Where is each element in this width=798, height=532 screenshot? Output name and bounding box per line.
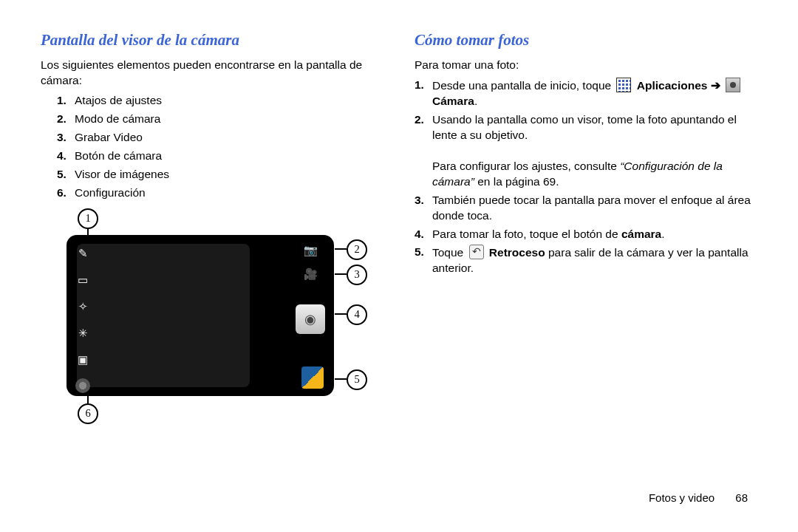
image-viewer-thumb	[301, 366, 324, 389]
step-text: Toque Retroceso para salir de la cámara …	[432, 245, 757, 276]
callout-lead	[335, 378, 347, 380]
heading-howto: Cómo tomar fotos	[415, 30, 757, 50]
text: en la página 69.	[474, 175, 559, 188]
step-num: 1.	[415, 78, 432, 109]
exposure-icon: ▣	[75, 352, 91, 368]
item-text: Modo de cámara	[75, 112, 383, 127]
callout-6: 6	[78, 403, 98, 424]
heading-viewfinder: Pantalla del visor de la cámara	[41, 30, 383, 50]
camera-label: Cámara	[432, 95, 474, 107]
item-num: 1.	[57, 93, 75, 109]
step-num: 2.	[415, 112, 432, 190]
item-num: 6.	[57, 185, 75, 201]
text: Para tomar la foto, toque el botón de	[432, 228, 621, 240]
item-text: Botón de cámara	[75, 149, 383, 164]
text: .	[661, 228, 664, 240]
preview-area	[77, 244, 250, 387]
settings-gear-icon	[75, 378, 90, 393]
callout-1: 1	[78, 208, 98, 229]
text: .	[474, 95, 477, 107]
page-number: 68	[735, 491, 748, 504]
item-num: 3.	[57, 130, 75, 146]
step-text: También puede tocar la pantalla para mov…	[432, 193, 757, 224]
intro-right: Para tomar una foto:	[415, 58, 757, 73]
camera-viewfinder: ✎ ▭ ✧ ✳ ▣ 📷 🎥 ◉	[66, 235, 334, 396]
page-footer: Fotos y video 68	[649, 491, 748, 505]
camera-app-icon	[726, 78, 740, 92]
text: Usando la pantalla como un visor, tome l…	[432, 113, 737, 141]
item-num: 5.	[57, 167, 75, 183]
callout-4: 4	[347, 304, 367, 325]
effects-icon: ✳	[75, 325, 91, 341]
item-text: Visor de imágenes	[75, 167, 383, 183]
item-num: 2.	[57, 112, 75, 127]
back-label: Retroceso	[489, 246, 545, 259]
apps-label: Aplicaciones	[637, 79, 708, 92]
callout-5: 5	[347, 369, 367, 390]
callout-lead	[335, 248, 347, 250]
section-name: Fotos y video	[649, 491, 715, 504]
step-text: Usando la pantalla como un visor, tome l…	[432, 112, 757, 190]
step-num: 3.	[415, 193, 432, 224]
callout-lead	[335, 313, 347, 315]
bold-text: cámara	[621, 228, 661, 240]
text: Para configurar los ajustes, consulte	[432, 160, 620, 172]
howto-steps: 1. Desde una pantalla de inicio, toque A…	[415, 78, 757, 276]
viewfinder-figure: 1 2 3 4 5 6 ✎ ▭ ✧	[41, 208, 351, 445]
step-text: Para tomar la foto, toque el botón de cá…	[432, 227, 757, 242]
item-text: Grabar Video	[75, 130, 383, 146]
settings-shortcut-bar: ✎ ▭ ✧ ✳ ▣	[69, 245, 96, 393]
flash-off-icon: ✧	[75, 299, 91, 315]
item-text: Configuración	[75, 185, 383, 201]
callout-3: 3	[347, 265, 367, 285]
text: Desde una pantalla de inicio, toque	[432, 79, 614, 92]
mode-icon: ▭	[75, 272, 91, 288]
capture-column: 📷 🎥 ◉	[293, 242, 328, 334]
step-text: Desde una pantalla de inicio, toque Apli…	[432, 78, 757, 109]
callout-lead	[335, 273, 347, 275]
item-num: 4.	[57, 149, 75, 164]
intro-left: Los siguientes elementos pueden encontra…	[41, 58, 383, 89]
text: Toque	[432, 246, 467, 259]
shutter-button-icon: ◉	[296, 304, 325, 334]
back-icon	[469, 245, 484, 259]
step-num: 5.	[415, 245, 432, 276]
viewfinder-legend: 1.Atajos de ajustes 2.Modo de cámara 3.G…	[41, 93, 383, 201]
selfportrait-icon: ✎	[75, 245, 91, 262]
item-text: Atajos de ajustes	[75, 93, 383, 109]
arrow-icon: ➔	[711, 79, 723, 92]
camera-mode-icon: 📷	[301, 242, 319, 259]
step-num: 4.	[415, 227, 432, 242]
callout-2: 2	[347, 239, 367, 260]
apps-grid-icon	[616, 78, 631, 92]
video-mode-icon: 🎥	[301, 266, 319, 282]
